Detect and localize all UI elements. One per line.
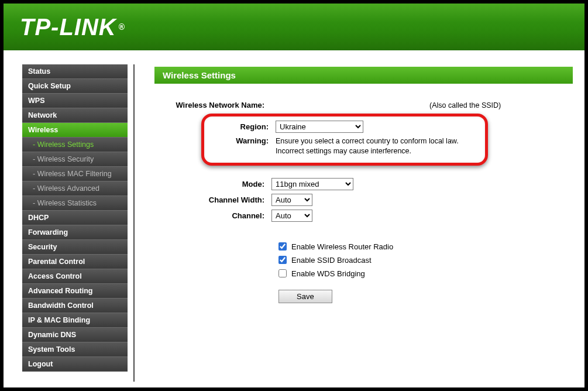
- warning-text-2: Incorrect settings may cause interferenc…: [276, 146, 459, 156]
- nav-parental-control[interactable]: Parental Control: [22, 255, 128, 269]
- channel-width-label: Channel Width:: [154, 196, 271, 204]
- nav-security[interactable]: Security: [22, 240, 128, 255]
- channel-width-select[interactable]: Auto: [271, 194, 312, 206]
- nav-dhcp[interactable]: DHCP: [22, 211, 128, 225]
- content-area: Wireless Settings Wireless Network Name:…: [135, 50, 584, 387]
- nav-forwarding[interactable]: Forwarding: [22, 225, 128, 240]
- nav-quick-setup[interactable]: Quick Setup: [22, 79, 128, 94]
- save-button[interactable]: Save: [278, 290, 332, 303]
- warning-text-1: Ensure you select a correct country to c…: [276, 136, 459, 146]
- region-select[interactable]: Ukraine: [276, 121, 363, 133]
- nav-advanced-routing[interactable]: Advanced Routing: [22, 284, 128, 299]
- nav-wireless-advanced[interactable]: - Wireless Advanced: [22, 181, 128, 196]
- nav-access-control[interactable]: Access Control: [22, 269, 128, 284]
- brand-logo: TP-LINK®: [20, 14, 125, 40]
- ssid-label: Wireless Network Name:: [154, 101, 271, 109]
- nav-wps[interactable]: WPS: [22, 94, 128, 108]
- page-title: Wireless Settings: [154, 67, 573, 84]
- region-label: Region:: [159, 122, 276, 131]
- nav-wireless-mac[interactable]: - Wireless MAC Filtering: [22, 167, 128, 181]
- ssid-hint: (Also called the SSID): [429, 101, 501, 109]
- brand-text: TP-LINK: [20, 14, 116, 40]
- nav-system-tools[interactable]: System Tools: [22, 342, 128, 357]
- nav-status[interactable]: Status: [22, 64, 128, 79]
- channel-label: Channel:: [154, 211, 271, 220]
- enable-radio-checkbox[interactable]: [278, 242, 287, 251]
- nav-wireless-settings[interactable]: - Wireless Settings: [22, 138, 128, 152]
- sidebar-nav: Status Quick Setup WPS Network Wireless …: [22, 50, 128, 387]
- nav-wireless-security[interactable]: - Wireless Security: [22, 152, 128, 167]
- warning-label: Warning:: [159, 136, 276, 145]
- enable-ssid-label[interactable]: Enable SSID Broadcast: [291, 256, 372, 265]
- nav-dynamic-dns[interactable]: Dynamic DNS: [22, 328, 128, 342]
- header-bar: TP-LINK®: [4, 4, 584, 50]
- mode-label: Mode:: [154, 180, 271, 188]
- region-callout: Region: Ukraine Warning: Ensure you sele…: [201, 114, 488, 166]
- enable-wds-label[interactable]: Enable WDS Bridging: [291, 269, 365, 278]
- nav-bandwidth-control[interactable]: Bandwidth Control: [22, 299, 128, 313]
- registered-mark: ®: [119, 22, 125, 32]
- enable-ssid-checkbox[interactable]: [278, 256, 287, 264]
- nav-logout[interactable]: Logout: [22, 357, 128, 372]
- mode-select[interactable]: 11bgn mixed: [271, 178, 353, 190]
- enable-radio-label[interactable]: Enable Wireless Router Radio: [291, 242, 393, 251]
- nav-network[interactable]: Network: [22, 108, 128, 123]
- nav-ip-mac-binding[interactable]: IP & MAC Binding: [22, 313, 128, 328]
- channel-select[interactable]: Auto: [271, 210, 312, 222]
- nav-wireless-statistics[interactable]: - Wireless Statistics: [22, 196, 128, 211]
- enable-wds-checkbox[interactable]: [278, 269, 287, 277]
- nav-wireless[interactable]: Wireless: [22, 123, 128, 138]
